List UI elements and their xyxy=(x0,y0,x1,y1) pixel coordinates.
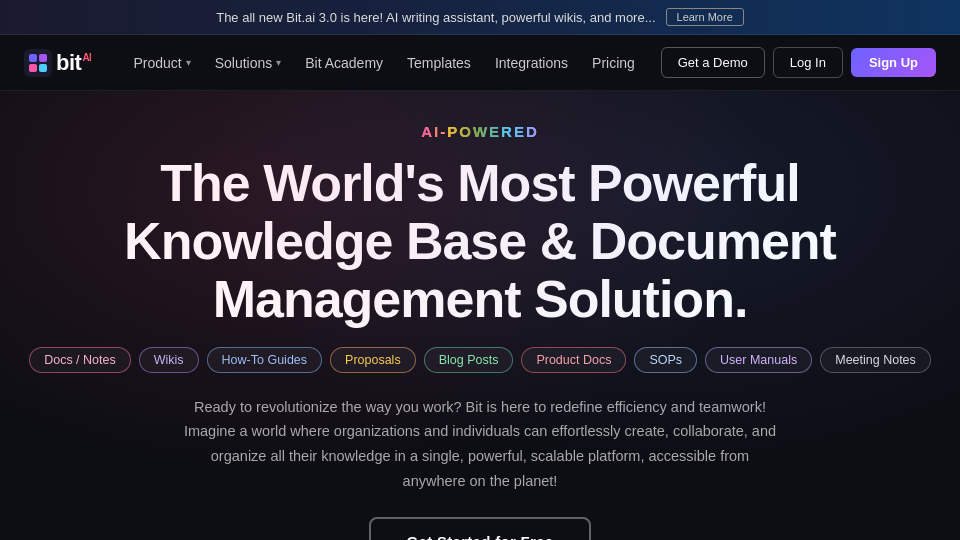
nav-link-integrations[interactable]: Integrations xyxy=(485,49,578,77)
hero-description: Ready to revolutionize the way you work?… xyxy=(180,395,780,494)
svg-rect-3 xyxy=(29,64,37,72)
tag-product-docs: Product Docs xyxy=(521,347,626,373)
nav-link-academy[interactable]: Bit Academy xyxy=(295,49,393,77)
tag-user-manuals: User Manuals xyxy=(705,347,812,373)
hero-title: The World's Most Powerful Knowledge Base… xyxy=(90,154,870,329)
svg-rect-4 xyxy=(39,64,47,72)
learn-more-button[interactable]: Learn More xyxy=(666,8,744,26)
svg-rect-0 xyxy=(24,49,52,77)
svg-rect-1 xyxy=(29,54,37,62)
tag-meeting-notes: Meeting Notes xyxy=(820,347,931,373)
tag-blog-posts: Blog Posts xyxy=(424,347,514,373)
nav-links: Product ▾ Solutions ▾ Bit Academy Templa… xyxy=(123,49,660,77)
tags-row: Docs / Notes Wikis How-To Guides Proposa… xyxy=(29,347,931,373)
ai-powered-label: AI-POWERED xyxy=(421,123,539,140)
nav-link-solutions[interactable]: Solutions ▾ xyxy=(205,49,292,77)
tag-sops: SOPs xyxy=(634,347,697,373)
nav-actions: Get a Demo Log In Sign Up xyxy=(661,47,936,78)
get-started-button[interactable]: Get Started for Free xyxy=(369,517,592,540)
tag-docs-notes: Docs / Notes xyxy=(29,347,131,373)
hero-section: AI-POWERED The World's Most Powerful Kno… xyxy=(0,91,960,540)
nav-link-product[interactable]: Product ▾ xyxy=(123,49,200,77)
logo-wordmark: bitAI xyxy=(56,50,91,76)
nav-link-pricing[interactable]: Pricing xyxy=(582,49,645,77)
logo-icon xyxy=(24,49,52,77)
chevron-down-icon: ▾ xyxy=(186,57,191,68)
announcement-bar: The all new Bit.ai 3.0 is here! AI writi… xyxy=(0,0,960,35)
navigation: bitAI Product ▾ Solutions ▾ Bit Academy … xyxy=(0,35,960,91)
chevron-down-icon: ▾ xyxy=(276,57,281,68)
announcement-text: The all new Bit.ai 3.0 is here! AI writi… xyxy=(216,10,655,25)
tag-wikis: Wikis xyxy=(139,347,199,373)
ai-label-ai: AI- xyxy=(421,123,447,140)
ai-label-powered: POWERED xyxy=(447,123,539,140)
sign-up-button[interactable]: Sign Up xyxy=(851,48,936,77)
log-in-button[interactable]: Log In xyxy=(773,47,843,78)
tag-proposals: Proposals xyxy=(330,347,416,373)
svg-rect-2 xyxy=(39,54,47,62)
logo[interactable]: bitAI xyxy=(24,49,91,77)
tag-how-to-guides: How-To Guides xyxy=(207,347,322,373)
nav-link-templates[interactable]: Templates xyxy=(397,49,481,77)
get-demo-button[interactable]: Get a Demo xyxy=(661,47,765,78)
